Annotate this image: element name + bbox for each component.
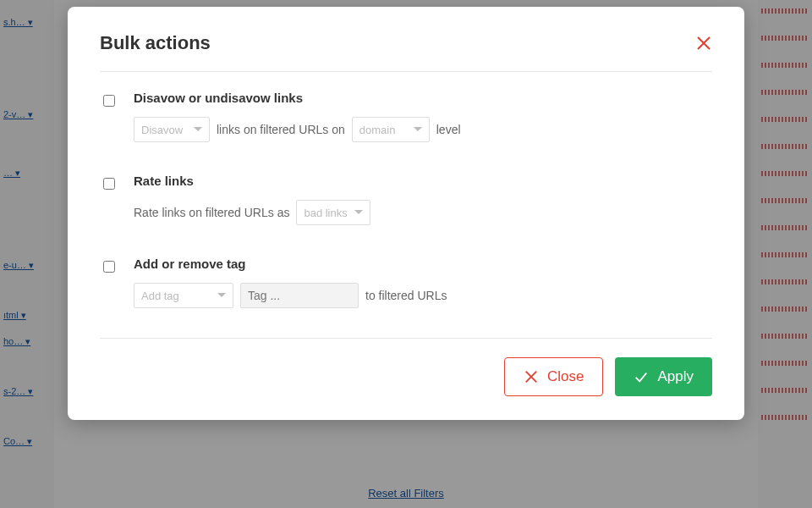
modal-title: Bulk actions: [100, 32, 211, 54]
tag-input[interactable]: [240, 283, 359, 308]
rate-text-1: Rate links on filtered URLs as: [134, 206, 289, 219]
disavow-checkbox[interactable]: [103, 95, 115, 107]
tag-action-select[interactable]: Add tag: [134, 283, 233, 308]
section-disavow: Disavow or undisavow links Disavow links…: [100, 72, 712, 155]
rate-title: Rate links: [134, 174, 712, 188]
tag-text-1: to filtered URLs: [365, 289, 447, 302]
check-icon: [634, 369, 649, 384]
disavow-text-2: level: [436, 123, 461, 136]
modal-header: Bulk actions: [100, 32, 712, 72]
apply-button[interactable]: Apply: [615, 357, 712, 396]
apply-button-label: Apply: [657, 368, 694, 385]
close-icon: [524, 369, 539, 384]
rate-checkbox[interactable]: [103, 178, 115, 190]
disavow-text-1: links on filtered URLs on: [217, 123, 345, 136]
disavow-level-select[interactable]: domain: [352, 117, 430, 142]
disavow-title: Disavow or undisavow links: [134, 91, 712, 105]
section-rate: Rate links Rate links on filtered URLs a…: [100, 155, 712, 238]
disavow-action-select[interactable]: Disavow: [134, 117, 210, 142]
tag-title: Add or remove tag: [134, 257, 712, 271]
tag-checkbox[interactable]: [103, 261, 115, 273]
close-icon[interactable]: [695, 35, 712, 52]
bulk-actions-modal: Bulk actions Disavow or undisavow links …: [68, 7, 744, 420]
close-button[interactable]: Close: [504, 357, 603, 396]
modal-divider: [100, 338, 712, 339]
close-button-label: Close: [547, 368, 584, 385]
rate-rating-select[interactable]: bad links: [296, 200, 370, 225]
modal-footer: Close Apply: [100, 357, 712, 396]
section-tag: Add or remove tag Add tag to filtered UR…: [100, 238, 712, 329]
